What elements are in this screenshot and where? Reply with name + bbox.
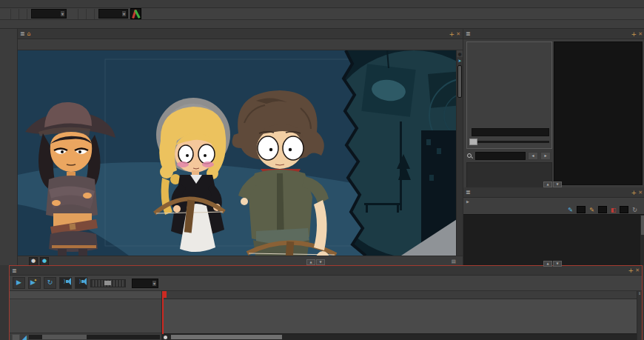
frames-vscrollbar[interactable]: ⇕ (637, 291, 642, 340)
colour-preset-dropdown[interactable]: ▾ (98, 9, 128, 19)
camera-fit-view-icon[interactable]: ➤ (457, 57, 463, 64)
chevron-down-icon: ▾ (61, 11, 64, 16)
camera-scrollbar-thumb[interactable] (457, 65, 462, 98)
refresh-icon[interactable]: ↻ (631, 205, 639, 215)
timeline-frames-area[interactable] (162, 291, 637, 340)
texture-swatch-3[interactable] (620, 206, 628, 213)
show-sound-toggle[interactable] (12, 334, 20, 340)
frames-scrollbar-thumb[interactable] (171, 335, 282, 339)
view-breadcrumb: ⌂ (27, 30, 33, 37)
panel-menu-icon[interactable]: ≣ (466, 30, 471, 37)
close-view-button[interactable]: ✕ (638, 190, 643, 196)
chevron-down-icon: ▾ (152, 281, 156, 286)
texture-swatch-2[interactable] (598, 206, 607, 213)
library-preview-area[interactable] (554, 41, 643, 185)
texture-swatch-1[interactable] (577, 206, 586, 213)
drawing-substitution-panel (466, 41, 552, 149)
secondary-toolbar (0, 20, 644, 29)
paint-red-icon[interactable]: ◧ (609, 205, 617, 215)
pencil-orange-icon[interactable]: ✎ (588, 205, 596, 215)
slider-track[interactable] (477, 141, 549, 143)
colour-panel: ≣ + ✕ ▶ ✎ ✎ ◧ ↻ ▲▼ (463, 187, 644, 265)
library-tab-row: ≣ + ✕ (463, 29, 644, 39)
colour-tab-row: ≣ + ✕ (463, 187, 644, 198)
chevron-down-icon: ▾ (122, 11, 126, 16)
harmony-window: ▾ ▾ ≣ ⌂ + ✕ (0, 0, 644, 340)
sound-button[interactable]: ) (59, 277, 72, 289)
panel-menu-icon[interactable]: ≣ (466, 189, 471, 196)
layers-header (10, 291, 161, 299)
pen-style-list (463, 214, 644, 265)
layer-zoom-slider-icon[interactable]: ◢ (22, 334, 27, 340)
scene-artwork (18, 50, 456, 256)
close-view-button[interactable]: ✕ (638, 31, 643, 37)
render-play-button[interactable]: ▶✦ (28, 277, 41, 289)
substitution-slider[interactable] (469, 139, 549, 145)
main-toolbar: ▾ ▾ (0, 8, 644, 20)
play-button[interactable]: ▶ (13, 277, 25, 289)
search-next-button[interactable]: ▸ (540, 152, 551, 160)
layers-hscrollbar[interactable] (29, 335, 160, 339)
pen-list-scrollbar[interactable] (640, 215, 644, 265)
add-view-button[interactable]: + (449, 30, 455, 38)
timeline-view-dropdown[interactable]: ▾ (132, 279, 158, 288)
palette-toolbar: ✎ ✎ ◧ ↻ (463, 205, 644, 214)
camera-canvas[interactable] (18, 50, 456, 256)
library-search-input[interactable] (475, 152, 526, 160)
close-view-button[interactable]: ✕ (635, 267, 640, 273)
timeline-layers-panel: ◢ (10, 291, 162, 340)
palettes-expander-icon[interactable]: ▶ (466, 199, 469, 204)
volume-slider[interactable] (90, 279, 126, 287)
add-view-button[interactable]: + (631, 189, 637, 196)
camera-tab-row: ≣ ⌂ + ✕ (18, 29, 463, 39)
timeline-tab-row: ≣ + ✕ (10, 266, 642, 276)
layers-bottom-bar: ◢ (10, 333, 162, 340)
frames-hscrollbar[interactable] (162, 333, 637, 340)
pencil-blue-icon[interactable]: ✎ (566, 205, 574, 215)
camera-vertical-scrollbar[interactable]: ● ➤ (456, 50, 463, 256)
add-view-button[interactable]: + (628, 267, 634, 274)
scroll-reset-button[interactable] (164, 336, 167, 339)
camera-view-toolbar (18, 39, 463, 50)
close-view-button[interactable]: ✕ (456, 31, 460, 37)
camera-reset-zoom-icon[interactable]: ● (457, 50, 463, 57)
sound-scrubbing-button[interactable]: ) (75, 277, 87, 289)
volume-handle[interactable] (104, 281, 111, 285)
library-panel: ≣ + ✕ (463, 29, 644, 187)
scroll-expand-icon[interactable]: ⇕ (638, 291, 641, 296)
slider-handle[interactable] (469, 139, 477, 145)
right-panel-column: ≣ + ✕ (463, 29, 644, 265)
playhead-marker[interactable] (162, 291, 167, 298)
colour-splitter[interactable]: ▲▼ (543, 261, 562, 267)
panel-menu-icon[interactable]: ≣ (12, 267, 17, 274)
preset-dropdown[interactable]: ▾ (31, 9, 67, 19)
search-icon (466, 153, 473, 159)
pen-list-icon[interactable]: ▤ (452, 259, 456, 264)
camera-splitter[interactable]: ▲▼ (306, 259, 325, 265)
timeline-panel: ≣ + ✕ ▶ ▶✦ ↻ ) ) ▾ (9, 265, 643, 340)
library-splitter[interactable]: ▲▼ (543, 181, 562, 187)
panel-menu-icon[interactable]: ≣ (20, 30, 25, 37)
add-view-button[interactable]: + (631, 30, 637, 38)
tools-toolbar (0, 29, 18, 265)
timeline-toolbar: ▶ ▶✦ ↻ ) ) ▾ (10, 276, 642, 291)
substitution-field[interactable] (472, 128, 549, 136)
search-prev-button[interactable]: ◂ (528, 152, 538, 160)
camera-panel: ≣ ⌂ + ✕ (18, 29, 463, 264)
home-icon: ⌂ (27, 30, 31, 37)
menu-bar (0, 0, 644, 8)
loop-button[interactable]: ↻ (44, 277, 56, 289)
current-brush-colour-icon[interactable] (130, 8, 141, 19)
